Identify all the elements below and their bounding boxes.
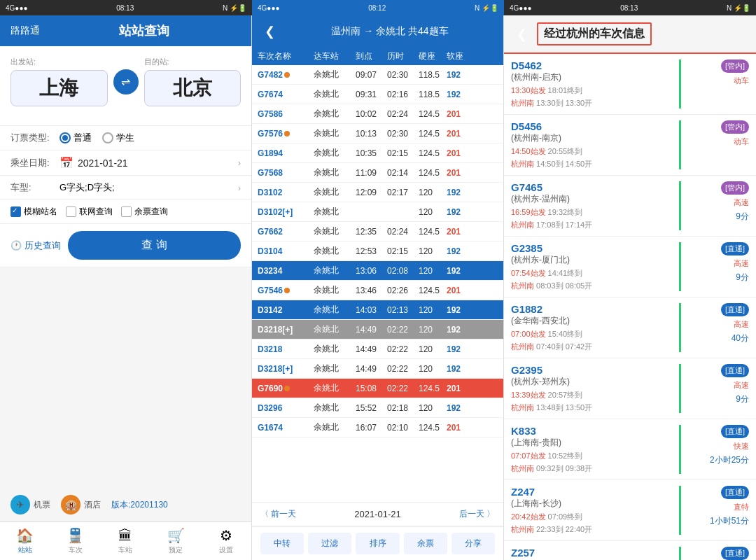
prev-day-button[interactable]: 〈 前一天 bbox=[260, 508, 296, 520]
table-row[interactable]: D3234余姚北13:0602:08120192 bbox=[252, 261, 503, 281]
table-row[interactable]: D3218[+]余姚北14:4902:22120192 bbox=[252, 320, 503, 340]
table-row[interactable]: G1894余姚北10:3502:15124.5201 bbox=[252, 144, 503, 163]
train-info-left: G2385(杭州东-厦门北)07:54始发 14:41终到杭州南 08:03到 … bbox=[511, 242, 673, 291]
table-row[interactable]: D3104余姚北12:5302:15120192 bbox=[252, 241, 503, 261]
radio-normal-dot[interactable] bbox=[59, 132, 71, 144]
list-item[interactable]: D5462(杭州南-启东)13:30始发 18:01终到杭州南 13:30到 1… bbox=[504, 54, 756, 115]
train-soft: 201 bbox=[447, 227, 475, 237]
radio-normal[interactable]: 普通 bbox=[59, 132, 92, 144]
col-duration: 历时 bbox=[387, 50, 419, 62]
table-row[interactable]: G1674余姚北16:0702:10124.5201 bbox=[252, 418, 503, 438]
from-station-box[interactable]: 出发站: 上海 bbox=[10, 57, 108, 106]
table-row[interactable]: G7690余姚北15:0802:22124.5201 bbox=[252, 379, 503, 398]
train-info-left: G2395(杭州东-郑州东)13:39始发 20:57终到杭州南 13:48到 … bbox=[511, 364, 673, 413]
list-item[interactable]: G2395(杭州东-郑州东)13:39始发 20:57终到杭州南 13:48到 … bbox=[504, 358, 756, 419]
action-button[interactable]: 分享 bbox=[451, 533, 495, 554]
tab-booking[interactable]: 🛒 预定 bbox=[150, 522, 201, 560]
back-button-3[interactable]: ❮ bbox=[512, 25, 531, 43]
train-duration: 02:15 bbox=[387, 246, 419, 256]
train-name: G7690 bbox=[258, 384, 314, 393]
train-duration: 02:10 bbox=[387, 423, 419, 433]
train-type-chevron: › bbox=[238, 183, 241, 193]
right-duration: 9分 bbox=[736, 393, 749, 405]
list-item[interactable]: Z257(上海南-重庆北)19:09始发 12:49终到杭州南 21:07到 2… bbox=[504, 541, 756, 560]
list-item[interactable]: G2385(杭州东-厦门北)07:54始发 14:41终到杭州南 08:03到 … bbox=[504, 237, 756, 298]
train-name: G7568 bbox=[258, 168, 314, 178]
tab-settings[interactable]: ⚙ 设置 bbox=[201, 522, 251, 560]
history-button[interactable]: 🕐 历史查询 bbox=[10, 239, 61, 252]
table-row[interactable]: D3296余姚北15:5202:18120192 bbox=[252, 398, 503, 418]
main-content: 路路通 站站查询 出发站: 上海 ⇌ 目的站: 北京 订票类型: bbox=[0, 15, 756, 560]
flight-ad[interactable]: ✈ 机票 bbox=[10, 495, 50, 514]
train-soft: 201 bbox=[447, 109, 475, 119]
calendar-icon: 📅 bbox=[59, 156, 74, 169]
train-pass: 杭州南 17:08到 17:14开 bbox=[511, 220, 673, 230]
panel3-title: 经过杭州的车次信息 bbox=[544, 27, 645, 39]
checkbox-fuzzy[interactable]: 模糊站名 bbox=[10, 206, 57, 218]
radio-student[interactable]: 学生 bbox=[102, 132, 134, 144]
from-station[interactable]: 上海 bbox=[10, 70, 108, 106]
tab-train[interactable]: 🚆 车次 bbox=[50, 522, 101, 560]
table-row[interactable]: D3142余姚北14:0302:13120192 bbox=[252, 300, 503, 320]
tab-trainstation[interactable]: 🏛 车站 bbox=[101, 522, 151, 560]
table-row[interactable]: G7674余姚北09:3102:16118.5192 bbox=[252, 85, 503, 104]
list-item[interactable]: K833(上海南-贵阳)07:07始发 10:52终到杭州南 09:32到 09… bbox=[504, 419, 756, 480]
list-item[interactable]: Z247(上海南-长沙)20:42始发 07:09终到杭州南 22:33到 22… bbox=[504, 480, 756, 541]
date-row[interactable]: 乘坐日期: 📅 2021-01-21 › bbox=[0, 150, 251, 176]
train-route: (杭州东-厦门北) bbox=[511, 254, 673, 266]
checkbox-network[interactable]: 联网查询 bbox=[66, 206, 113, 218]
network-checkbox[interactable] bbox=[66, 206, 76, 217]
train-name: G7662 bbox=[258, 227, 314, 237]
train-info-right: [管内]动车 bbox=[679, 59, 749, 108]
train-duration: 02:22 bbox=[387, 325, 419, 335]
radio-student-dot[interactable] bbox=[102, 132, 113, 144]
list-item[interactable]: G1882(金华南-西安北)07:00始发 15:40终到杭州南 07:40到 … bbox=[504, 298, 756, 358]
action-button[interactable]: 过滤 bbox=[308, 533, 351, 554]
table-row[interactable]: D3102余姚北12:0902:17120192 bbox=[252, 183, 503, 202]
table-row[interactable]: G7586余姚北10:0202:24124.5201 bbox=[252, 104, 503, 124]
fuzzy-checkbox[interactable] bbox=[10, 206, 21, 217]
action-button[interactable]: 排序 bbox=[356, 533, 399, 554]
train-route: (杭州南-南京) bbox=[511, 132, 673, 144]
train-type-row[interactable]: 车型: G字头;D字头; › bbox=[0, 176, 251, 200]
search-button[interactable]: 查 询 bbox=[68, 231, 241, 260]
to-station[interactable]: 北京 bbox=[144, 70, 241, 106]
next-day-button[interactable]: 后一天 〉 bbox=[459, 508, 495, 520]
tab-station[interactable]: 🏠 站站 bbox=[0, 522, 50, 560]
swap-button[interactable]: ⇌ bbox=[113, 69, 139, 94]
back-button-2[interactable]: ❮ bbox=[260, 22, 279, 41]
table-row[interactable]: D3102[+]余姚北120192 bbox=[252, 202, 503, 222]
checkbox-ticket[interactable]: 余票查询 bbox=[121, 206, 168, 218]
table-row[interactable]: D3218余姚北14:4902:22120192 bbox=[252, 340, 503, 359]
panel3-header: ❮ 经过杭州的车次信息 bbox=[504, 15, 756, 54]
train-hard: 124.5 bbox=[419, 168, 447, 178]
signal-1: 4G●●● bbox=[6, 4, 27, 12]
train-info-left: Z247(上海南-长沙)20:42始发 07:09终到杭州南 22:33到 22… bbox=[511, 486, 673, 535]
train-dest: 余姚北 bbox=[314, 88, 356, 100]
table-row[interactable]: G7568余姚北11:0902:14124.5201 bbox=[252, 163, 503, 183]
train-arrive: 10:02 bbox=[356, 109, 387, 119]
action-button[interactable]: 中转 bbox=[260, 533, 304, 554]
hotel-ad[interactable]: 🏨 酒店 bbox=[61, 495, 101, 514]
list-item[interactable]: G7465(杭州东-温州南)16:59始发 19:32终到杭州南 17:08到 … bbox=[504, 176, 756, 237]
to-station-box[interactable]: 目的站: 北京 bbox=[144, 57, 241, 106]
table-row[interactable]: G7576余姚北10:1302:30124.5201 bbox=[252, 124, 503, 144]
train-arrive: 15:08 bbox=[356, 384, 387, 393]
table-row[interactable]: G7482余姚北09:0702:30118.5192 bbox=[252, 65, 503, 85]
table-row[interactable]: D3218[+]余姚北14:4902:22120192 bbox=[252, 359, 503, 379]
train-duration: 02:30 bbox=[387, 129, 419, 139]
train-name: G7482 bbox=[258, 70, 314, 80]
ticket-checkbox[interactable] bbox=[121, 206, 132, 217]
train-soft: 201 bbox=[447, 148, 475, 158]
right-type: 高速 bbox=[734, 258, 749, 269]
train-duration: 02:08 bbox=[387, 266, 419, 276]
right-type: 动车 bbox=[734, 136, 749, 147]
table-row[interactable]: G7662余姚北12:3502:24124.5201 bbox=[252, 222, 503, 241]
train-name: D3234 bbox=[258, 266, 314, 276]
panel2-header: ❮ 温州南 → 余姚北 共44趟车 bbox=[252, 15, 503, 48]
action-button[interactable]: 余票 bbox=[404, 533, 447, 554]
table-row[interactable]: G7546余姚北13:4602:26124.5201 bbox=[252, 281, 503, 300]
station-tab-icon: 🏠 bbox=[16, 527, 34, 544]
list-item[interactable]: D5456(杭州南-南京)14:50始发 20:55终到杭州南 14:50到 1… bbox=[504, 115, 756, 176]
train-soft: 192 bbox=[447, 188, 475, 197]
